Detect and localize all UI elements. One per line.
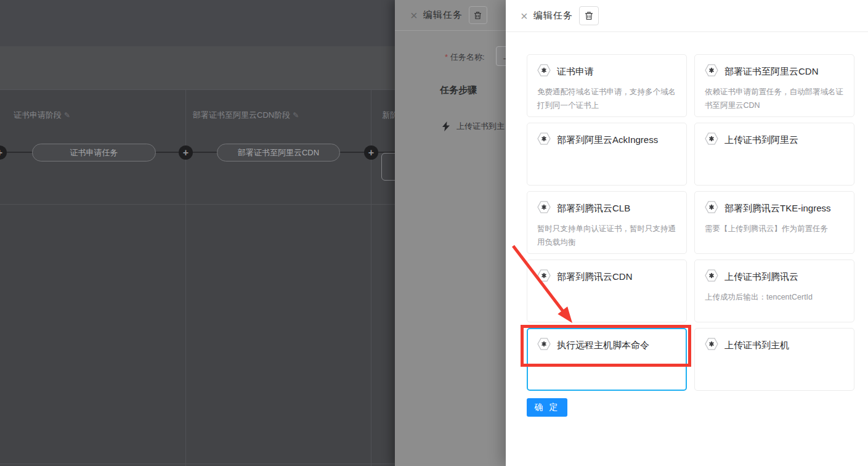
confirm-button[interactable]: 确 定 (527, 398, 567, 417)
pipeline-canvas: 证书申请阶段✎ 部署证书至阿里云CDN阶段✎ 新阶段 证书申请任务 部署证书至阿… (0, 89, 395, 466)
task-card-title: 上传证书到阿里云 (724, 134, 798, 146)
task-card-head: 上传证书到腾讯云 (705, 269, 844, 284)
task-name-input[interactable]: 上 (496, 46, 506, 66)
task-card-head: 部署到腾讯云CLB (537, 201, 676, 216)
edit-pencil-icon: ✎ (64, 111, 70, 120)
lightning-icon (442, 121, 450, 131)
edit-task-drawer-front: × 编辑任务 证书申请免费通配符域名证书申请，支持多个域名打到同一个证书上部署证… (506, 0, 868, 466)
trash-icon (585, 11, 593, 20)
task-card-title: 上传证书到腾讯云 (724, 271, 798, 283)
task-card-title: 证书申请 (557, 66, 594, 78)
pipeline-task-pill: 部署证书至阿里云CDN (217, 144, 340, 161)
task-card[interactable]: 证书申请免费通配符域名证书申请，支持多个域名打到同一个证书上 (527, 54, 687, 117)
close-icon[interactable]: × (521, 10, 528, 22)
pipeline-task-pill: 证书申请任务 (32, 144, 156, 161)
task-card-grid: 证书申请免费通配符域名证书申请，支持多个域名打到同一个证书上部署证书至阿里云CD… (527, 54, 854, 391)
drawer-header: × 编辑任务 (506, 0, 868, 32)
task-card-title: 部署到腾讯云CLB (557, 203, 630, 215)
task-hexagon-icon (537, 133, 551, 147)
task-card-head: 部署证书至阿里云CDN (705, 64, 844, 79)
task-hexagon-icon (537, 269, 551, 284)
stage-title: 部署证书至阿里云CDN阶段✎ (193, 110, 299, 121)
task-card-head: 上传证书到阿里云 (705, 133, 844, 147)
task-hexagon-icon (705, 269, 718, 284)
task-card-title: 上传证书到主机 (724, 340, 789, 351)
stage-row-divider (0, 204, 395, 205)
task-step-label: 上传证书到主 (456, 121, 505, 132)
task-card-desc: 上传成功后输出：tencentCertId (705, 291, 844, 305)
task-card[interactable]: 部署到阿里云AckIngress (527, 123, 687, 186)
task-hexagon-icon (705, 201, 718, 216)
task-card-head: 上传证书到主机 (705, 338, 844, 353)
screenshot-root: 证书申请阶段✎ 部署证书至阿里云CDN阶段✎ 新阶段 证书申请任务 部署证书至阿… (0, 0, 868, 466)
task-step-item[interactable]: 上传证书到主 (442, 121, 506, 132)
task-card-head: 部署到腾讯云TKE-ingress (705, 201, 844, 216)
add-stage-icon: + (0, 145, 7, 160)
task-card-head: 部署到腾讯云CDN (537, 269, 676, 284)
drawer-title: 编辑任务 (533, 10, 573, 22)
task-card-desc: 需要【上传到腾讯云】作为前置任务 (705, 223, 844, 236)
task-hexagon-icon (537, 338, 551, 353)
task-card[interactable]: 上传证书到阿里云 (694, 123, 854, 186)
task-hexagon-icon (537, 201, 551, 216)
task-card-head: 执行远程主机脚本命令 (537, 338, 676, 353)
task-card-desc: 免费通配符域名证书申请，支持多个域名打到同一个证书上 (537, 86, 676, 113)
task-card-head: 部署到阿里云AckIngress (537, 133, 676, 147)
task-card[interactable]: 执行远程主机脚本命令 (527, 328, 687, 391)
drawer-title: 编辑任务 (423, 9, 463, 21)
task-card[interactable]: 部署到腾讯云CLB暂时只支持单向认证证书，暂时只支持通用负载均衡 (527, 191, 687, 254)
pipeline-editor-background: 证书申请阶段✎ 部署证书至阿里云CDN阶段✎ 新阶段 证书申请任务 部署证书至阿… (0, 0, 395, 466)
task-card[interactable]: 部署到腾讯云TKE-ingress需要【上传到腾讯云】作为前置任务 (694, 191, 854, 254)
add-stage-icon: + (364, 145, 378, 160)
task-card-desc: 暂时只支持单向认证证书，暂时只支持通用负载均衡 (537, 223, 676, 250)
required-asterisk: * (445, 52, 448, 62)
task-card[interactable]: 部署到腾讯云CDN (527, 260, 687, 322)
task-card-title: 部署到腾讯云CDN (557, 271, 633, 283)
task-card-head: 证书申请 (537, 64, 676, 79)
stage-title: 证书申请阶段✎ (14, 110, 70, 121)
task-steps-heading: 任务步骤 (440, 84, 477, 96)
task-card-title: 执行远程主机脚本命令 (557, 340, 649, 351)
delete-task-button[interactable] (579, 6, 599, 25)
trash-icon (474, 11, 482, 20)
app-header-bar (0, 0, 395, 46)
task-card-desc: 依赖证书申请前置任务，自动部署域名证书至阿里云CDN (705, 86, 844, 113)
task-hexagon-icon (537, 64, 551, 79)
task-name-label: 任务名称: (450, 52, 485, 63)
delete-task-button[interactable] (469, 6, 487, 24)
add-stage-icon: + (179, 145, 193, 160)
close-icon[interactable]: × (410, 9, 418, 22)
task-hexagon-icon (705, 338, 718, 353)
task-card[interactable]: 上传证书到腾讯云上传成功后输出：tencentCertId (694, 260, 854, 322)
task-card[interactable]: 上传证书到主机 (694, 328, 854, 391)
task-card-title: 部署到腾讯云TKE-ingress (724, 203, 831, 215)
edit-pencil-icon: ✎ (293, 111, 299, 120)
task-card-title: 部署到阿里云AckIngress (557, 134, 658, 146)
new-task-box-fragment (381, 153, 395, 181)
task-card-title: 部署证书至阿里云CDN (724, 66, 819, 78)
pipeline-toolbar (0, 46, 395, 89)
task-hexagon-icon (705, 64, 718, 79)
task-card[interactable]: 部署证书至阿里云CDN依赖证书申请前置任务，自动部署域名证书至阿里云CDN (694, 54, 854, 117)
task-hexagon-icon (705, 133, 718, 147)
edit-task-drawer-back: × 编辑任务 * 任务名称: 上 任务步骤 上传证书到主 (395, 0, 506, 466)
drawer-header: × 编辑任务 (395, 0, 506, 31)
canvas-bottom-divider (0, 464, 395, 464)
stage-title: 新阶段 (382, 110, 395, 121)
